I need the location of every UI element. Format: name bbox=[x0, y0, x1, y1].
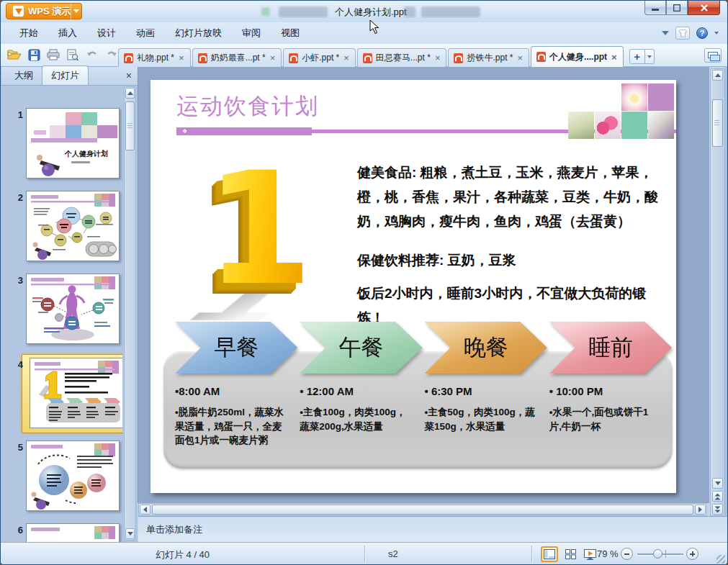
thumb-scroll-up-button[interactable] bbox=[125, 88, 135, 99]
doc-tab[interactable]: 捞铁牛.ppt * × bbox=[448, 48, 529, 67]
ppt-file-icon bbox=[454, 53, 463, 63]
thumbnail-list: 1 个人健身计划 2 bbox=[1, 86, 122, 542]
scroll-right-button[interactable] bbox=[695, 505, 706, 515]
panel-tabs: 大纲 幻灯片 × bbox=[1, 67, 138, 86]
doc-tab-active[interactable]: 个人健身....ppt × bbox=[531, 46, 624, 67]
panel-close-button[interactable]: × bbox=[126, 71, 132, 81]
zoom-in-button[interactable] bbox=[686, 548, 698, 560]
menu-insert[interactable]: 插入 bbox=[48, 24, 87, 42]
undo-icon bbox=[86, 50, 98, 60]
redo-button[interactable] bbox=[104, 47, 120, 63]
menu-slideshow[interactable]: 幻灯片放映 bbox=[165, 24, 232, 42]
maximize-button[interactable] bbox=[666, 1, 688, 15]
slide-paragraph-drinks[interactable]: 保健饮料推荐: 豆奶，豆浆 bbox=[357, 248, 672, 273]
slide-thumbnail-1[interactable]: 个人健身计划 bbox=[26, 108, 120, 178]
resize-grip[interactable] bbox=[716, 555, 725, 564]
slide-paragraph-foods[interactable]: 健美食品: 粗粮，煮土豆，玉米，燕麦片，苹果，橙，桃，香焦，果汁，各种蔬菜，豆类… bbox=[357, 161, 672, 234]
thumbnail-3-preview bbox=[27, 274, 119, 343]
doc-tab-label: 捞铁牛.ppt * bbox=[467, 52, 513, 64]
chevron-lunch[interactable]: 午餐 bbox=[300, 322, 422, 374]
menu-review[interactable]: 审阅 bbox=[232, 24, 271, 42]
doc-tab[interactable]: 田忌赛马...pt * × bbox=[357, 48, 447, 67]
save-button[interactable] bbox=[26, 47, 42, 63]
thumb-scroll-down-button[interactable] bbox=[125, 528, 135, 539]
undo-button[interactable] bbox=[84, 47, 100, 63]
tab-close-button[interactable]: × bbox=[611, 53, 618, 62]
tab-outline[interactable]: 大纲 bbox=[6, 66, 42, 85]
wps-app-button[interactable]: WPS 演示 bbox=[6, 3, 78, 19]
chevron-dinner[interactable]: 晚餐 bbox=[425, 322, 547, 374]
slide-sorter-view-button[interactable] bbox=[562, 546, 579, 562]
close-button[interactable] bbox=[688, 1, 720, 15]
print-preview-button[interactable] bbox=[65, 47, 81, 63]
window-controls bbox=[644, 1, 720, 15]
thumbnail-scrollbar[interactable] bbox=[124, 86, 136, 541]
menu-home[interactable]: 开始 bbox=[9, 24, 48, 42]
normal-view-icon bbox=[544, 549, 555, 559]
slide-title[interactable]: 运动饮食计划 bbox=[176, 91, 319, 122]
meal-desc: •主食100g，肉类100g，蔬菜200g,水果适量 bbox=[300, 405, 422, 448]
tab-slides[interactable]: 幻灯片 bbox=[42, 65, 89, 85]
normal-view-button[interactable] bbox=[541, 546, 558, 562]
tab-close-button[interactable]: × bbox=[178, 53, 185, 63]
scroll-left-button[interactable] bbox=[140, 505, 150, 515]
hscroll-thumb[interactable] bbox=[152, 505, 693, 515]
slide-canvas[interactable]: 运动饮食计划 ❖ 1 1 1 健美食品: 粗粮，煮土豆，玉米，燕麦片，苹果，橙，… bbox=[138, 67, 709, 503]
doc-tab[interactable]: 奶奶最喜...pt * × bbox=[192, 48, 282, 67]
slide-thumbnail-3[interactable] bbox=[26, 274, 120, 344]
tab-close-button[interactable]: × bbox=[343, 53, 350, 63]
open-file-button[interactable] bbox=[6, 47, 22, 63]
meal-chevrons: 早餐 午餐 晚餐 睡前 bbox=[175, 322, 672, 374]
scroll-up-button[interactable] bbox=[712, 70, 723, 81]
zoom-out-button[interactable] bbox=[621, 548, 633, 560]
thumbnail-6-preview bbox=[27, 524, 119, 542]
title-bar: WPS 演示 个人健身计划.ppt bbox=[1, 1, 727, 22]
tab-close-button[interactable]: × bbox=[517, 53, 524, 63]
purple-tile bbox=[648, 83, 674, 111]
doc-tab-label: 奶奶最喜...pt * bbox=[211, 52, 266, 64]
slide-thumbnail-4-selected[interactable] bbox=[30, 358, 122, 428]
zoom-level: 79 % bbox=[597, 548, 619, 559]
skin-theme-button[interactable] bbox=[675, 27, 690, 40]
help-button[interactable]: ? bbox=[696, 27, 708, 39]
arrow-up-icon bbox=[127, 91, 133, 95]
chevron-down-icon bbox=[647, 55, 652, 58]
collapse-ribbon-icon[interactable] bbox=[662, 31, 669, 35]
switch-window-button[interactable] bbox=[704, 48, 722, 63]
thumb-scroll-thumb[interactable] bbox=[125, 101, 135, 150]
tab-close-button[interactable]: × bbox=[269, 53, 277, 63]
zoom-slider-thumb[interactable] bbox=[653, 549, 662, 559]
menu-animation[interactable]: 动画 bbox=[126, 24, 165, 42]
new-tab-button[interactable]: + bbox=[629, 49, 645, 64]
minimize-button[interactable] bbox=[644, 1, 666, 15]
menu-view[interactable]: 视图 bbox=[271, 24, 310, 42]
slide-thumbnail-5[interactable] bbox=[26, 440, 120, 511]
new-tab-dropdown[interactable] bbox=[645, 49, 655, 64]
glass-photo-tile bbox=[568, 112, 594, 139]
dumbbell-photo-tile bbox=[595, 112, 621, 139]
print-button[interactable] bbox=[45, 47, 61, 63]
chevron-breakfast[interactable]: 早餐 bbox=[175, 322, 297, 374]
previous-slide-button[interactable] bbox=[712, 491, 723, 502]
tab-close-button[interactable]: × bbox=[434, 53, 441, 63]
close-icon bbox=[701, 4, 708, 12]
doc-tab[interactable]: 礼物.ppt * × bbox=[118, 48, 191, 67]
doc-tab[interactable]: 小虾.ppt * × bbox=[283, 48, 356, 67]
slide-thumbnail-6[interactable] bbox=[26, 523, 120, 542]
scroll-down-button[interactable] bbox=[712, 478, 723, 489]
wps-app-menu-dropdown[interactable] bbox=[71, 3, 82, 19]
slideshow-button[interactable] bbox=[581, 546, 598, 562]
slide-editor[interactable]: 运动饮食计划 ❖ 1 1 1 健美食品: 粗粮，煮土豆，玉米，燕麦片，苹果，橙，… bbox=[150, 80, 676, 493]
notes-area[interactable]: 单击添加备注 bbox=[138, 516, 728, 542]
slide-thumbnail-2[interactable] bbox=[26, 191, 120, 261]
main-vertical-scrollbar[interactable] bbox=[710, 68, 725, 516]
title-underline-bar: ❖ bbox=[176, 127, 312, 135]
help-dropdown-icon[interactable] bbox=[714, 32, 719, 35]
redacted-text bbox=[279, 6, 328, 17]
main-horizontal-scrollbar[interactable] bbox=[138, 503, 707, 516]
menu-design[interactable]: 设计 bbox=[87, 24, 126, 42]
diamond-icon: ❖ bbox=[182, 129, 187, 135]
scroll-thumb[interactable] bbox=[712, 99, 723, 147]
next-slide-button[interactable] bbox=[712, 504, 723, 515]
chevron-bedtime[interactable]: 睡前 bbox=[549, 322, 672, 374]
